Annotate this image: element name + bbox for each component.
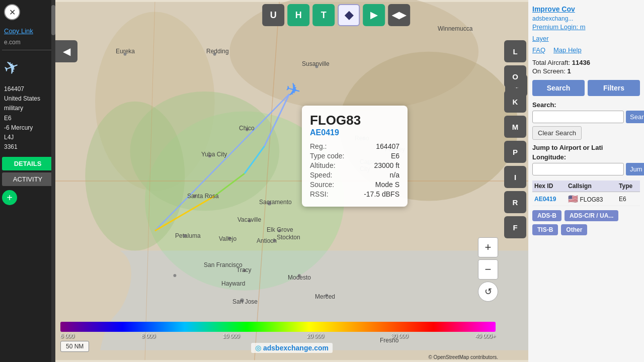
details-button[interactable]: DETAILS — [2, 157, 53, 170]
country-value: United States — [4, 94, 51, 104]
popup-speed-row: Speed: n/a — [310, 171, 399, 179]
u-button[interactable]: U — [262, 4, 284, 26]
city-label-san-jose: San Jose — [232, 298, 258, 305]
rssi-value: -17.5 dBFS — [364, 190, 399, 198]
layer-button[interactable]: ◆ — [338, 4, 360, 26]
faq-link[interactable]: FAQ — [532, 46, 545, 54]
jump-input[interactable] — [532, 163, 624, 175]
p-button[interactable]: P — [504, 141, 526, 163]
premium-login-link[interactable]: Premium Login: m — [532, 23, 640, 31]
i-button[interactable]: I — [504, 166, 526, 188]
col-hex-id: Hex ID — [532, 180, 566, 192]
city-label-tracy: Tracy — [236, 266, 252, 274]
divider — [2, 50, 53, 50]
reg-label: Reg.: — [310, 142, 327, 150]
svg-point-25 — [174, 274, 177, 277]
copy-link[interactable]: Copy Link — [0, 24, 55, 38]
rssi-label: RSSI: — [310, 190, 329, 198]
speed-label-5: 30 000 — [391, 333, 408, 339]
zoom-buttons: + − ↺ — [478, 237, 498, 302]
l-button[interactable]: L — [504, 40, 526, 62]
search-label: Search: — [532, 101, 640, 109]
on-screen-value: 1 — [567, 67, 571, 75]
map-container[interactable]: Eureka Redding Susanville Chico Reno Fer… — [55, 0, 528, 362]
nav-right-button[interactable]: ▶ — [363, 4, 385, 26]
map-logo: ◎ adsbexchange.com — [251, 343, 333, 353]
jump-label: Jump to Airport or Lati — [532, 144, 640, 151]
source-tag-adsb[interactable]: ADS-B — [532, 210, 561, 221]
jump-button[interactable]: Jum — [626, 163, 644, 175]
left-nav-arrow[interactable]: ◀ — [55, 40, 77, 62]
k-button[interactable]: K — [504, 90, 526, 113]
clear-search-button[interactable]: Clear Search — [532, 126, 582, 140]
recenter-icon: ↺ — [485, 286, 492, 297]
r-button[interactable]: R — [504, 191, 526, 213]
jump-row: Jum — [532, 163, 640, 175]
layer-link[interactable]: Layer — [532, 35, 640, 42]
zoom-out-button[interactable]: − — [478, 259, 498, 280]
nav-lr-button[interactable]: ◀▶ — [388, 4, 410, 26]
city-label-winnemucca: Winnemucca — [438, 25, 472, 32]
speed-value: n/a — [390, 171, 399, 179]
table-row: AE0419 🇺🇸 FLOG83 E6 — [532, 192, 640, 206]
h-button[interactable]: H — [287, 4, 309, 26]
city-label-susanville: Susanville — [302, 60, 330, 67]
source-tag-tis-b[interactable]: TIS-B — [532, 224, 558, 235]
recenter-button[interactable]: ↺ — [478, 282, 498, 302]
m-button[interactable]: M — [504, 116, 526, 138]
city-label-hayward: Hayward — [221, 280, 245, 287]
total-aircraft-value: 11436 — [572, 59, 590, 66]
add-button[interactable]: + — [2, 190, 17, 205]
activity-button[interactable]: ACTIVITY — [2, 172, 53, 186]
type-code-value: E6 — [4, 114, 51, 123]
city-label-vallejo: Vallejo — [219, 235, 236, 242]
city-label-eureka: Eureka — [116, 48, 135, 55]
adsb-link[interactable]: adsbexchang... — [532, 15, 640, 22]
city-label-stockton: Stockton — [277, 234, 300, 241]
city-label-antioch: Antioch — [257, 237, 277, 244]
city-label-merced: Merced — [315, 293, 335, 300]
left-arrow-icon: ◀ — [63, 45, 70, 57]
col-callsign: Callsign — [566, 180, 617, 192]
t-button[interactable]: T — [312, 4, 335, 26]
map-help-link[interactable]: Map Help — [553, 46, 582, 54]
osm-text: © OpenStreetMap contributors. — [428, 354, 498, 360]
speed-label-4: 20 000 — [307, 333, 324, 339]
site-name: e.com — [0, 38, 55, 47]
f-button[interactable]: F — [504, 216, 526, 238]
alt-value: 23000 ft — [374, 161, 399, 169]
source-tag-other[interactable]: Other — [561, 224, 587, 235]
city-label-vacaville: Vacaville — [237, 216, 261, 223]
total-aircraft: Total Aircraft: 11436 — [532, 59, 640, 66]
col-type: Type — [617, 180, 640, 192]
city-label-yuba-city: Yuba City — [201, 151, 227, 158]
popup-hex: AE0419 — [310, 128, 399, 137]
callsign-value[interactable]: FLOG83 — [580, 196, 603, 203]
city-label-chico: Chico — [239, 125, 255, 132]
zoom-in-button[interactable]: + — [478, 237, 498, 257]
popup-rssi-row: RSSI: -17.5 dBFS — [310, 190, 399, 198]
filters-button[interactable]: Filters — [588, 80, 640, 96]
search-input[interactable] — [532, 111, 624, 123]
search-button[interactable]: Search — [532, 80, 585, 96]
city-label-redding: Redding — [206, 48, 229, 55]
popup-source-row: Source: Mode S — [310, 180, 399, 189]
total-aircraft-label: Total Aircraft: — [532, 59, 570, 66]
right-nav: L O K M P I R F — [502, 0, 528, 362]
close-button[interactable]: ✕ — [4, 4, 20, 20]
city-label-modesto: Modesto — [288, 274, 311, 281]
aircraft-silhouette-icon: ✈ — [1, 55, 23, 80]
source-value: Mode S — [375, 180, 399, 189]
type-label: Type code: — [310, 152, 345, 160]
source-tag-adsb-c[interactable]: ADS-C/R / UA... — [565, 210, 618, 221]
hex-id-link[interactable]: AE0419 — [534, 196, 556, 203]
speed-label-2: 8 000 — [141, 333, 155, 339]
search-go-button[interactable]: Sear — [626, 111, 644, 123]
popup-callsign: FLOG83 — [310, 113, 399, 128]
speed-gradient — [60, 322, 496, 332]
improve-coverage-link[interactable]: Improve Cov — [532, 5, 640, 13]
o-button[interactable]: O — [504, 65, 526, 87]
city-label-petaluma: Petaluma — [175, 232, 201, 239]
close-icon: ✕ — [9, 8, 16, 17]
speed-label-3: 10 000 — [223, 333, 240, 339]
